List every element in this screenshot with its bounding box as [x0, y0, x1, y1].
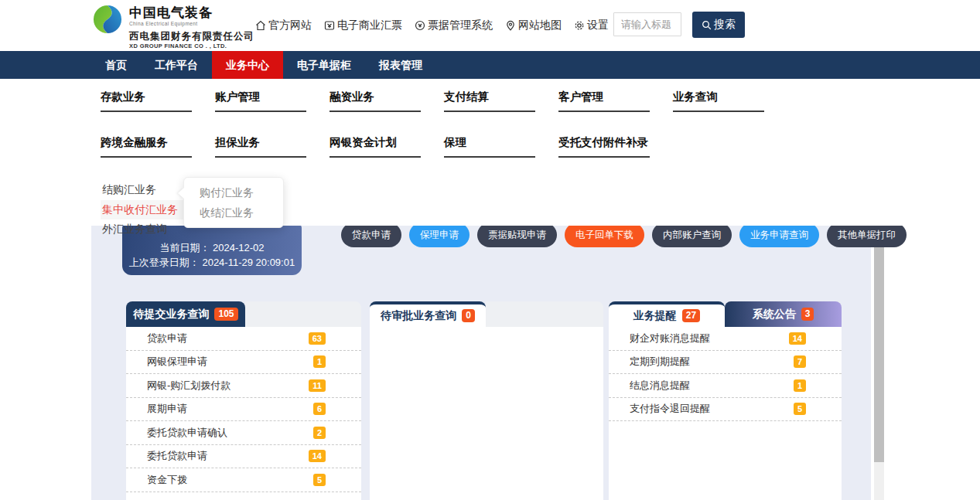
- category-underline: [444, 156, 535, 158]
- count-badge: 1: [313, 355, 326, 368]
- bill-icon: [324, 20, 335, 31]
- list-item-label: 委托贷款申请: [147, 449, 309, 463]
- list-item[interactable]: 结息消息提醒 1: [609, 374, 842, 398]
- submenu-item-settlement-purchase[interactable]: 结购汇业务: [101, 180, 187, 200]
- count-badge: 1: [794, 379, 806, 392]
- tab-system-announcements[interactable]: 系统公告 3: [725, 301, 842, 327]
- pending-submit-panel: 待提交业务查询 105 贷款申请 63 网银保理申请 1 网银-购汇划拨付款 1…: [126, 301, 361, 500]
- list-item[interactable]: [126, 492, 361, 500]
- menu-category[interactable]: 担保业务: [215, 134, 330, 150]
- note-system-icon: [415, 20, 425, 31]
- brand-text: 中国电气装备 China Electrical Equipment 西电集团财务…: [129, 5, 254, 49]
- count-badge: 11: [309, 379, 326, 392]
- settings-link[interactable]: 设置: [574, 19, 609, 32]
- search-button[interactable]: 搜索: [692, 12, 745, 38]
- count-badge: 63: [309, 332, 326, 345]
- menu-category[interactable]: 跨境金融服务: [101, 134, 215, 150]
- tab-pending-submit[interactable]: 待提交业务查询 105: [126, 301, 245, 327]
- count-badge: 6: [313, 403, 326, 415]
- home-icon: [255, 20, 266, 31]
- category-underline: [444, 111, 535, 112]
- search-icon: [702, 20, 712, 30]
- tab-label: 业务提醒: [633, 309, 677, 323]
- list-item[interactable]: 网银-购汇划拨付款 11: [126, 374, 361, 398]
- nav-item-edocument-cabinet[interactable]: 电子单据柜: [283, 51, 365, 79]
- list-item-label: 委托贷款申请确认: [147, 426, 313, 440]
- note-system-link[interactable]: 票据管理系统: [415, 19, 493, 32]
- business-center-mega-menu: 存款业务 账户管理 融资业务 支付结算: [0, 79, 980, 226]
- menu-category[interactable]: 融资业务: [330, 89, 444, 104]
- tab-label: 待审批业务查询: [381, 309, 456, 323]
- last-login-date: 上次登录日期： 2024-11-29 20:09:01: [122, 255, 302, 270]
- count-badge: 14: [309, 450, 326, 462]
- brand-title-en: China Electrical Equipment: [129, 21, 254, 26]
- nav-item-report-management[interactable]: 报表管理: [365, 51, 436, 79]
- main-navbar: 首页 工作平台 业务中心 电子单据柜 报表管理: [0, 51, 980, 79]
- tab-count-badge: 3: [801, 308, 814, 321]
- pending-submit-tabs: 待提交业务查询 105: [126, 301, 361, 327]
- menu-category[interactable]: 支付结算: [444, 89, 558, 104]
- menu-category[interactable]: 存款业务: [101, 89, 215, 104]
- pending-approve-list: [370, 327, 603, 500]
- list-item-label: 网银-购汇划拨付款: [147, 379, 309, 393]
- menu-column: 业务查询: [673, 89, 787, 112]
- mega-menu-row1: 存款业务 账户管理 融资业务 支付结算: [101, 89, 787, 112]
- tab-label: 待提交业务查询: [133, 308, 209, 321]
- tab-label: 系统公告: [753, 308, 796, 321]
- tab-strip: [486, 301, 603, 327]
- tab-count-badge: 27: [682, 309, 700, 322]
- list-item-label: 网银保理申请: [147, 355, 313, 369]
- count-badge: 5: [313, 474, 326, 486]
- pending-approve-tabs: 待审批业务查询 0: [370, 301, 603, 327]
- submenu-item-centralized-fx[interactable]: 集中收付汇业务: [101, 200, 187, 220]
- menu-column: 跨境金融服务: [101, 134, 215, 158]
- reminder-tabs: 业务提醒 27 系统公告 3: [609, 301, 842, 327]
- list-item-label: 资金下拨: [147, 473, 313, 487]
- list-item[interactable]: 资金下拨 5: [126, 468, 361, 492]
- flyout-item[interactable]: 购付汇业务: [200, 183, 283, 203]
- menu-category[interactable]: 业务查询: [673, 89, 787, 104]
- mega-menu-row2: 跨境金融服务 担保业务 网银资金计划 保理: [101, 134, 787, 158]
- menu-category[interactable]: 网银资金计划: [330, 134, 444, 150]
- list-item[interactable]: 支付指令退回提醒 5: [609, 398, 842, 422]
- search-button-label: 搜索: [714, 18, 736, 32]
- cross-border-submenu: 结购汇业务 集中收付汇业务 外汇业务查询: [101, 180, 187, 240]
- list-item[interactable]: 财企对账消息提醒 14: [609, 327, 842, 351]
- pending-submit-list: 贷款申请 63 网银保理申请 1 网银-购汇划拨付款 11 展期申请 6 委托贷…: [126, 327, 361, 500]
- submenu-item-fx-inquiry[interactable]: 外汇业务查询: [101, 219, 187, 240]
- reminder-panel: 业务提醒 27 系统公告 3 财企对账消息提醒 14 定期到期提醒 7 结息消息…: [609, 301, 842, 500]
- menu-category[interactable]: 客户管理: [558, 89, 673, 104]
- commercial-bill-link[interactable]: 电子商业汇票: [324, 19, 402, 32]
- list-item[interactable]: 网银保理申请 1: [126, 351, 361, 375]
- page-header: 中国电气装备 China Electrical Equipment 西电集团财务…: [0, 0, 980, 51]
- list-item[interactable]: 定期到期提醒 7: [609, 351, 842, 375]
- menu-category[interactable]: 保理: [444, 134, 558, 150]
- menu-column: 网银资金计划: [330, 134, 444, 158]
- sitemap-link[interactable]: 网站地图: [505, 19, 562, 32]
- menu-category[interactable]: 受托支付附件补录: [558, 134, 673, 150]
- list-item[interactable]: 委托贷款申请 14: [126, 445, 361, 469]
- tab-pending-approve[interactable]: 待审批业务查询 0: [370, 301, 486, 327]
- list-item-label: 结息消息提醒: [630, 379, 794, 393]
- current-date: 当前日期： 2024-12-02: [122, 240, 302, 255]
- nav-item-business-center[interactable]: 业务中心: [212, 51, 283, 79]
- location-pin-icon: [505, 20, 516, 31]
- list-item-label: 财企对账消息提醒: [630, 332, 789, 345]
- quick-action-button[interactable]: 其他单据打印: [827, 223, 907, 247]
- list-item[interactable]: 贷款申请 63: [126, 327, 361, 351]
- official-site-link[interactable]: 官方网站: [255, 19, 312, 32]
- list-item-label: 定期到期提醒: [630, 355, 794, 369]
- menu-column: 客户管理: [558, 89, 673, 112]
- search-input[interactable]: [613, 12, 681, 36]
- nav-item-workbench[interactable]: 工作平台: [141, 51, 212, 79]
- list-item[interactable]: 展期申请 6: [126, 398, 361, 422]
- tab-business-reminders[interactable]: 业务提醒 27: [609, 301, 725, 327]
- company-name-en: XD GROUP FINANCE CO . , LTD.: [129, 43, 254, 49]
- list-item-label: 展期申请: [147, 402, 313, 416]
- list-item[interactable]: 委托贷款申请确认 2: [126, 421, 361, 445]
- flyout-item[interactable]: 收结汇业务: [200, 203, 283, 223]
- nav-item-home[interactable]: 首页: [91, 51, 141, 79]
- utility-links: 官方网站 电子商业汇票 票据管理系统 网站地图: [255, 19, 656, 32]
- category-underline: [101, 111, 192, 112]
- menu-category[interactable]: 账户管理: [215, 89, 330, 104]
